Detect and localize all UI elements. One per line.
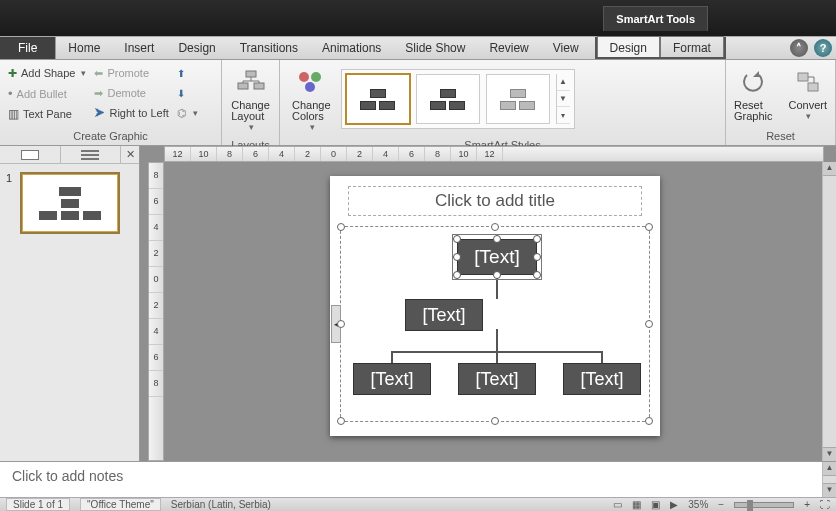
org-node-child-3[interactable]: [Text] [563, 363, 641, 395]
editor-scrollbar[interactable]: ▲ ▼ [822, 162, 836, 461]
title-placeholder[interactable]: Click to add title [348, 186, 642, 216]
change-colors-button[interactable]: Change Colors [286, 64, 337, 134]
reset-graphic-button[interactable]: Reset Graphic [728, 64, 779, 124]
fit-to-window-button[interactable]: ⛶ [820, 499, 830, 510]
tab-file[interactable]: File [0, 37, 56, 59]
tab-design[interactable]: Design [166, 37, 227, 59]
zoom-out-button[interactable]: − [718, 499, 724, 510]
outline-tab[interactable] [61, 146, 122, 163]
status-language[interactable]: Serbian (Latin, Serbia) [171, 499, 271, 510]
svg-rect-0 [246, 71, 256, 77]
gallery-more-button[interactable]: ▾ [557, 107, 570, 124]
tab-slideshow[interactable]: Slide Show [393, 37, 477, 59]
style-item-2[interactable] [416, 74, 480, 124]
contextual-tab-smartart: SmartArt Tools [603, 6, 708, 31]
notes-scrollbar[interactable]: ▲ ▼ [822, 462, 836, 497]
text-pane-button[interactable]: Text Pane [6, 105, 88, 123]
tab-insert[interactable]: Insert [112, 37, 166, 59]
org-node-assistant[interactable]: [Text] [405, 299, 483, 331]
help-button[interactable]: ? [814, 39, 832, 57]
node-handle[interactable] [453, 271, 461, 279]
view-sorter-button[interactable]: ▦ [632, 499, 641, 510]
svg-rect-6 [798, 73, 808, 81]
change-layout-button[interactable]: Change Layout [225, 64, 276, 134]
view-reading-button[interactable]: ▣ [651, 499, 660, 510]
node-handle[interactable] [533, 271, 541, 279]
vertical-ruler: 864202468 [148, 162, 164, 461]
svg-rect-1 [238, 83, 248, 89]
zoom-slider[interactable] [734, 502, 794, 508]
slides-tab[interactable] [0, 146, 61, 163]
status-theme: "Office Theme" [80, 498, 161, 511]
layout-org-button[interactable] [175, 104, 200, 122]
resize-handle-ne[interactable] [645, 223, 653, 231]
move-up-button[interactable] [175, 64, 200, 82]
node-handle[interactable] [453, 253, 461, 261]
scroll-up-button[interactable]: ▲ [823, 162, 836, 176]
scroll-down-button[interactable]: ▼ [823, 483, 836, 497]
group-label-create-graphic: Create Graphic [0, 129, 221, 145]
zoom-level[interactable]: 35% [688, 499, 708, 510]
close-panel-button[interactable]: ✕ [121, 146, 139, 163]
status-bar: Slide 1 of 1 "Office Theme" Serbian (Lat… [0, 497, 836, 511]
resize-handle-nw[interactable] [337, 223, 345, 231]
org-node-label: [Text] [475, 369, 518, 390]
tab-smartart-design[interactable]: Design [597, 36, 660, 57]
org-chart: [Text] [Text] [Te [347, 233, 643, 415]
slide-canvas[interactable]: Click to add title ◂ [330, 176, 660, 436]
org-node-label: [Text] [370, 369, 413, 390]
tab-transitions[interactable]: Transitions [228, 37, 310, 59]
node-handle[interactable] [453, 235, 461, 243]
org-node-child-2[interactable]: [Text] [458, 363, 536, 395]
org-node-label: [Text] [474, 246, 519, 268]
add-bullet-button[interactable]: Add Bullet [6, 84, 88, 103]
smartart-frame[interactable]: ◂ [340, 226, 650, 422]
right-to-left-button[interactable]: Right to Left [92, 104, 170, 122]
org-node-top[interactable]: [Text] [457, 239, 537, 275]
scroll-up-button[interactable]: ▲ [823, 462, 836, 476]
tab-review[interactable]: Review [477, 37, 540, 59]
gallery-scroll: ▲ ▼ ▾ [556, 74, 570, 124]
convert-button[interactable]: Convert [783, 64, 834, 123]
promote-button[interactable]: ⬅Promote [92, 64, 170, 82]
view-normal-button[interactable]: ▭ [613, 499, 622, 510]
node-handle[interactable] [533, 253, 541, 261]
reset-icon [737, 66, 769, 98]
tab-view[interactable]: View [541, 37, 591, 59]
tab-home[interactable]: Home [56, 37, 112, 59]
resize-handle-se[interactable] [645, 417, 653, 425]
resize-handle-n[interactable] [491, 223, 499, 231]
org-node-label: [Text] [422, 305, 465, 326]
gallery-down-button[interactable]: ▼ [557, 91, 570, 108]
resize-handle-e[interactable] [645, 320, 653, 328]
slide-thumbnail-1[interactable]: 1 [6, 172, 133, 234]
zoom-in-button[interactable]: + [804, 499, 810, 510]
node-handle[interactable] [493, 235, 501, 243]
style-item-3[interactable] [486, 74, 550, 124]
node-handle[interactable] [493, 271, 501, 279]
add-shape-button[interactable]: Add Shape [6, 64, 88, 82]
scroll-down-button[interactable]: ▼ [823, 447, 836, 461]
svg-point-3 [299, 72, 309, 82]
group-create-graphic: Add Shape Add Bullet Text Pane ⬅Promote … [0, 60, 222, 145]
resize-handle-sw[interactable] [337, 417, 345, 425]
resize-handle-s[interactable] [491, 417, 499, 425]
ribbon: Add Shape Add Bullet Text Pane ⬅Promote … [0, 60, 836, 146]
resize-handle-w[interactable] [337, 320, 345, 328]
demote-button[interactable]: ➡Demote [92, 84, 170, 102]
minimize-ribbon-button[interactable]: ˄ [790, 39, 808, 57]
workspace: ✕ 1 12108642024681012 864202468 [0, 146, 836, 497]
tab-animations[interactable]: Animations [310, 37, 393, 59]
slide-editor: 12108642024681012 864202468 Click to add… [140, 146, 836, 461]
tab-smartart-format[interactable]: Format [660, 36, 724, 57]
node-handle[interactable] [533, 235, 541, 243]
slide-number: 1 [6, 172, 16, 234]
view-slideshow-button[interactable]: ▶ [670, 499, 678, 510]
notes-pane[interactable]: Click to add notes ▲ ▼ [0, 461, 836, 497]
bullet-icon [8, 86, 13, 101]
move-down-button[interactable] [175, 84, 200, 102]
org-node-child-1[interactable]: [Text] [353, 363, 431, 395]
svg-point-5 [305, 82, 315, 92]
style-item-1[interactable] [346, 74, 410, 124]
gallery-up-button[interactable]: ▲ [557, 74, 570, 91]
